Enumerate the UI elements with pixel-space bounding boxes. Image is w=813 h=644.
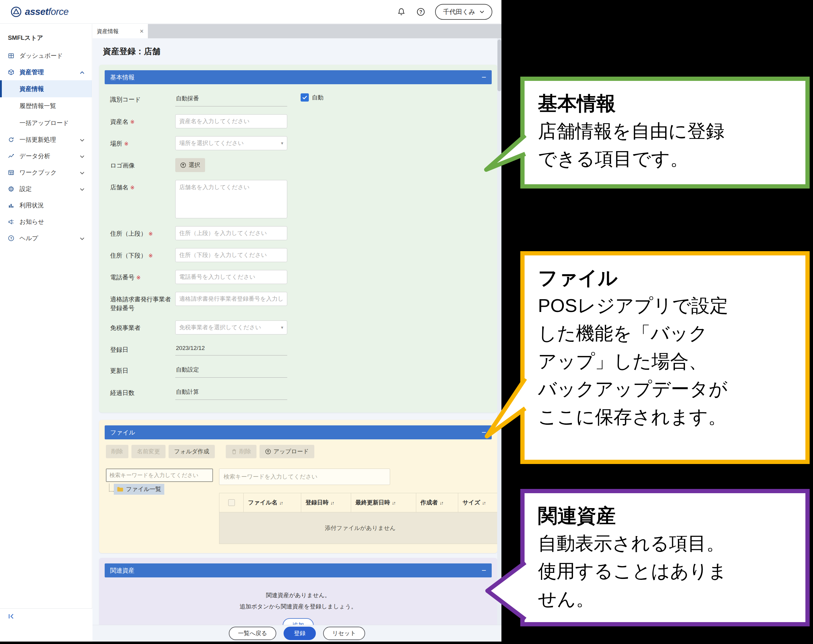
- collapse-section-button[interactable]: −: [482, 73, 486, 81]
- callout-body: POSレジアプリで設定 した機能を「バック アップ」した場合、 バックアップデー…: [538, 292, 792, 431]
- field-store-name: 店舗名※ 店舗名を入力してください: [105, 180, 492, 218]
- dashboard-icon: [8, 52, 15, 59]
- required-mark: ※: [136, 275, 141, 281]
- select-all-cell: [219, 493, 244, 512]
- upload-button[interactable]: アップロード: [259, 445, 314, 458]
- section-files: ファイル − 削除 名前変更 フォルダ作成 削除 アップロード: [99, 420, 497, 553]
- required-mark: ※: [149, 253, 153, 259]
- sidebar-item-dashboard[interactable]: ダッシュボード: [0, 47, 92, 64]
- sort-icon: ↓↑: [482, 500, 485, 505]
- app-window: assetforce ? 千代田くみ: [0, 0, 502, 642]
- sidebar-item-usage[interactable]: 利用状況: [0, 197, 92, 213]
- required-mark: ※: [149, 231, 153, 237]
- sort-icon: ↓↑: [392, 500, 395, 505]
- dropdown-arrow-icon: ▾: [281, 325, 283, 330]
- registration-date-value: 2023/12/12: [175, 343, 287, 355]
- callout-body: 店舗情報を自由に登録 できる項目です。: [538, 117, 792, 173]
- sidebar-item-settings[interactable]: 設定: [0, 181, 92, 197]
- refresh-icon: [8, 136, 15, 143]
- select-all-checkbox[interactable]: [228, 499, 235, 506]
- notifications-bell-icon[interactable]: [396, 7, 406, 17]
- rename-button[interactable]: 名前変更: [132, 445, 166, 458]
- sort-icon: ↓↑: [440, 500, 443, 505]
- required-mark: ※: [130, 119, 135, 125]
- column-header-author[interactable]: 作成者↓↑: [416, 493, 458, 512]
- sidebar-item-news[interactable]: お知らせ: [0, 213, 92, 230]
- column-header-size[interactable]: サイズ↓↑: [458, 493, 501, 512]
- field-address-upper: 住所（上段）※: [105, 226, 492, 240]
- asset-name-input[interactable]: [175, 114, 287, 128]
- sort-icon: ↓↑: [279, 500, 283, 505]
- invoice-number-input[interactable]: [175, 292, 287, 306]
- collapse-sidebar-icon[interactable]: [7, 612, 15, 621]
- column-header-created[interactable]: 登録日時↓↑: [301, 493, 351, 512]
- tab-asset-info[interactable]: 資産情報 ×: [92, 24, 148, 38]
- reset-button[interactable]: リセット: [323, 627, 365, 640]
- sidebar-item-workbook[interactable]: ワークブック: [0, 164, 92, 181]
- sidebar-item-bulk-update[interactable]: 一括更新処理: [0, 132, 92, 148]
- field-phone: 電話番号※: [105, 270, 492, 284]
- chevron-down-icon: [80, 136, 84, 143]
- store-name-textarea[interactable]: 店舗名を入力してください: [175, 180, 287, 218]
- section-files-header: ファイル −: [105, 425, 492, 439]
- chevron-up-icon: [80, 69, 84, 76]
- tab-bar: 資産情報 ×: [92, 24, 502, 38]
- asset-force-logo: assetforce: [10, 6, 69, 18]
- create-folder-button[interactable]: フォルダ作成: [169, 445, 215, 458]
- tab-close-icon[interactable]: ×: [140, 28, 144, 35]
- chevron-down-icon: [80, 185, 84, 193]
- logo-select-button[interactable]: 選択: [175, 158, 205, 172]
- delete-folder-button[interactable]: 削除: [106, 445, 129, 458]
- callout-files: ファイル POSレジアプリで設定 した機能を「バック アップ」した場合、 バック…: [520, 251, 810, 464]
- help-icon[interactable]: ?: [416, 7, 426, 17]
- address-upper-input[interactable]: [175, 226, 287, 240]
- sidebar: SMFLストア ダッシュボード 資産管理 資産情報 履歴情: [0, 24, 92, 625]
- auto-checkbox-label: 自動: [312, 94, 324, 102]
- callout-body: 自動表示される項目。 使用することはありま せん。: [538, 530, 792, 613]
- column-header-filename[interactable]: ファイル名↓↑: [244, 493, 301, 512]
- svg-text:?: ?: [419, 9, 422, 14]
- callout-title: 関連資産: [538, 502, 792, 530]
- sidebar-item-bulk-upload[interactable]: 一括アップロード: [0, 114, 92, 132]
- package-icon: [8, 69, 15, 75]
- logo-mark-icon: [10, 6, 22, 18]
- sidebar-footer: [0, 609, 92, 625]
- gear-icon: [8, 185, 15, 192]
- folder-search-input[interactable]: [106, 468, 213, 482]
- screenshot-canvas: assetforce ? 千代田くみ: [0, 0, 813, 644]
- field-logo-image: ロゴ画像 選択: [105, 158, 492, 172]
- address-lower-input[interactable]: [175, 248, 287, 262]
- callout-title: ファイル: [538, 265, 792, 292]
- sidebar-item-asset-info[interactable]: 資産情報: [0, 80, 92, 97]
- section-basic-info: 基本情報 − 識別コード 自動採番 自動: [99, 65, 497, 413]
- field-id-code: 識別コード 自動採番 自動: [105, 92, 492, 106]
- chevron-down-icon: [80, 235, 84, 242]
- register-button[interactable]: 登録: [284, 627, 316, 640]
- field-tax-exempt: 免税事業者 免税事業者を選択してください ▾: [105, 320, 492, 335]
- chevron-down-icon: [80, 169, 84, 176]
- svg-text:?: ?: [10, 236, 12, 240]
- field-asset-name: 資産名※: [105, 114, 492, 128]
- chevron-down-icon: [480, 10, 485, 14]
- sidebar-item-help[interactable]: ? ヘルプ: [0, 230, 92, 246]
- file-search-input[interactable]: [219, 468, 390, 485]
- auto-number-checkbox[interactable]: [301, 93, 309, 102]
- folder-pane: ファイル一覧: [106, 468, 219, 544]
- back-to-list-button[interactable]: 一覧へ戻る: [229, 627, 276, 640]
- bar-chart-icon: [8, 202, 15, 209]
- delete-file-button[interactable]: 削除: [226, 445, 256, 458]
- field-registration-date: 登録日 2023/12/12: [105, 343, 492, 355]
- trash-icon: [231, 449, 237, 454]
- app-header: assetforce ? 千代田くみ: [0, 0, 502, 24]
- location-select[interactable]: 場所を選択してください ▾: [175, 136, 287, 150]
- scrollbar-thumb[interactable]: [497, 40, 501, 91]
- column-header-updated[interactable]: 最終更新日時↓↑: [351, 493, 416, 512]
- folder-tree-root[interactable]: ファイル一覧: [114, 484, 164, 495]
- sidebar-item-history-list[interactable]: 履歴情報一覧: [0, 97, 92, 114]
- phone-input[interactable]: [175, 270, 287, 284]
- required-mark: ※: [130, 185, 135, 191]
- sidebar-item-asset-management[interactable]: 資産管理: [0, 64, 92, 80]
- user-menu[interactable]: 千代田くみ: [435, 4, 492, 20]
- tax-exempt-select[interactable]: 免税事業者を選択してください ▾: [175, 320, 287, 335]
- sidebar-item-data-analysis[interactable]: データ分析: [0, 148, 92, 164]
